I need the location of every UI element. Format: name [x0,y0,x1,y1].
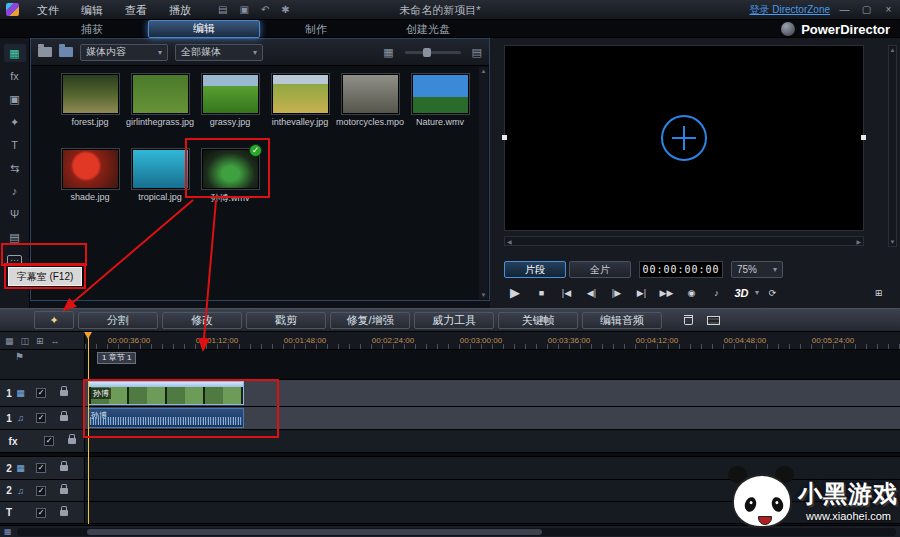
media-thumbnail[interactable] [272,74,329,114]
stop-button[interactable]: ■ [530,283,553,302]
media-thumbnail[interactable] [132,74,189,114]
fit-timeline-icon[interactable]: ⊞ [36,336,44,346]
add-media-target-icon[interactable] [661,115,707,161]
step-forward-button[interactable]: |▶ [605,283,628,302]
video-clip[interactable]: 孙博 [88,381,244,405]
timecode-display[interactable]: 00:00:00:00 [639,261,723,278]
slider-thumb[interactable] [423,48,431,57]
track-header[interactable]: 2 ▦ ✓ [0,457,85,479]
media-content-dropdown[interactable]: 媒体内容 ▾ [80,44,168,61]
menu-play[interactable]: 播放 [158,0,202,20]
track-enable-checkbox[interactable]: ✓ [44,436,54,446]
media-item[interactable]: girlinthegrass.jpg [125,74,195,127]
menu-edit[interactable]: 编辑 [70,0,114,20]
resize-handle[interactable] [502,135,507,140]
lock-icon[interactable] [60,390,68,396]
tab-capture[interactable]: 捕获 [36,20,148,38]
lock-icon[interactable] [60,510,68,516]
track-lane[interactable] [85,480,900,501]
media-thumbnail[interactable] [342,74,399,114]
audio-mixing-room-button[interactable]: ♪ [4,182,26,200]
effect-room-button[interactable]: fx [4,67,26,85]
chapter-marker[interactable]: 1 章节 1 [97,352,136,364]
login-directorzone-link[interactable]: 登录 DirectorZone [749,3,830,17]
track-manager-icon[interactable]: ▦ [5,336,14,346]
lock-icon[interactable] [60,465,68,471]
grid-view-icon[interactable]: ▦ [383,46,393,59]
next-clip-button[interactable]: ▶| [630,283,653,302]
scrollbar-track[interactable] [17,528,896,536]
chapter-room-button[interactable]: ▤ [4,228,26,246]
media-item[interactable]: inthevalley.jpg [265,74,335,127]
track-header[interactable]: fx ✓ [0,430,85,452]
undo-icon[interactable]: ↶ [261,4,269,15]
particle-room-button[interactable]: ✦ [4,113,26,131]
clip-mode-button[interactable]: 片段 [504,261,566,278]
media-thumbnail[interactable] [132,149,189,189]
print-icon[interactable]: ▣ [239,4,248,15]
media-item[interactable]: forest.jpg [55,74,125,127]
media-item[interactable]: motorcycles.mpo [335,74,405,127]
zoom-dropdown[interactable]: 75% ▾ [731,261,783,278]
list-view-icon[interactable]: ▤ [472,46,482,59]
fast-forward-button[interactable]: ▶▶ [655,283,678,302]
track-lane[interactable] [85,430,900,452]
keyframe-button[interactable]: 关键帧 [498,312,578,329]
trim-button[interactable]: 戳剪 [246,312,326,329]
power-tools-button[interactable]: 威力工具 [414,312,494,329]
loop-button[interactable]: ⟳ [761,283,784,302]
tab-edit[interactable]: 编辑 [148,20,260,38]
import-folder-icon[interactable] [59,47,73,57]
play-button[interactable]: ▶ [502,283,528,302]
edit-audio-button[interactable]: 编辑音频 [582,312,662,329]
track-lane[interactable]: 孙博 [85,380,900,406]
track-enable-checkbox[interactable]: ✓ [36,388,46,398]
import-media-icon[interactable] [38,47,52,57]
track-lane[interactable]: 孙博 [85,407,900,429]
zoom-out-icon[interactable]: ▦ [4,527,12,536]
pip-objects-room-button[interactable]: ▣ [4,90,26,108]
media-item[interactable]: shade.jpg [55,149,125,205]
media-thumbnail[interactable] [62,149,119,189]
title-room-button[interactable]: T [4,136,26,154]
track-enable-checkbox[interactable]: ✓ [36,413,46,423]
timeline-ruler[interactable]: 00:00:36:00 00:01:12:00 00:01:48:00 00:0… [85,332,900,350]
track-lane[interactable] [85,502,900,523]
scrollbar-thumb[interactable] [87,529,542,535]
snapshot-button[interactable]: ◉ [680,283,703,302]
track-header[interactable]: T ✓ [0,502,85,523]
marker-flag-icon[interactable]: ⚑ [15,351,24,362]
previous-clip-button[interactable]: |◀ [555,283,578,302]
magic-tools-button[interactable]: ✦ [34,311,74,329]
restore-button[interactable]: ▢ [859,3,874,17]
track-panel-icon[interactable] [707,316,720,325]
tab-produce[interactable]: 制作 [260,20,372,38]
scroll-left-icon[interactable]: ◀ [507,238,512,245]
close-button[interactable]: × [881,3,896,17]
thumbnail-size-slider[interactable] [405,51,461,54]
scroll-sync-icon[interactable]: ↔ [51,336,60,346]
preview-vscrollbar[interactable]: ▲ ▼ [888,45,897,247]
media-item[interactable]: grassy.jpg [195,74,265,127]
media-thumbnail[interactable] [412,74,469,114]
lock-icon[interactable] [60,415,68,421]
all-media-dropdown[interactable]: 全部媒体 ▾ [175,44,263,61]
scroll-up-icon[interactable]: ▲ [481,68,487,74]
step-back-button[interactable]: ◀| [580,283,603,302]
track-header[interactable]: 2 ♫ ✓ [0,480,85,501]
minimize-button[interactable]: — [837,3,852,17]
preview-hscrollbar[interactable]: ◀ ▶ [504,236,864,246]
track-header[interactable]: 1 ♫ ✓ [0,407,85,429]
split-button[interactable]: 分割 [78,312,158,329]
view-mode-icon[interactable]: ◫ [21,336,30,346]
preview-video-area[interactable] [504,45,864,231]
3d-mode-button[interactable]: 3D [730,283,753,302]
menu-view[interactable]: 查看 [114,0,158,20]
media-thumbnail[interactable] [62,74,119,114]
playhead[interactable] [88,332,89,524]
library-scrollbar[interactable]: ▲ ▼ [479,67,488,299]
media-item[interactable]: Nature.wmv [405,74,475,127]
save-icon[interactable]: ▤ [218,4,227,15]
fix-enhance-button[interactable]: 修复/增强 [330,312,410,329]
delete-icon[interactable] [684,315,693,325]
